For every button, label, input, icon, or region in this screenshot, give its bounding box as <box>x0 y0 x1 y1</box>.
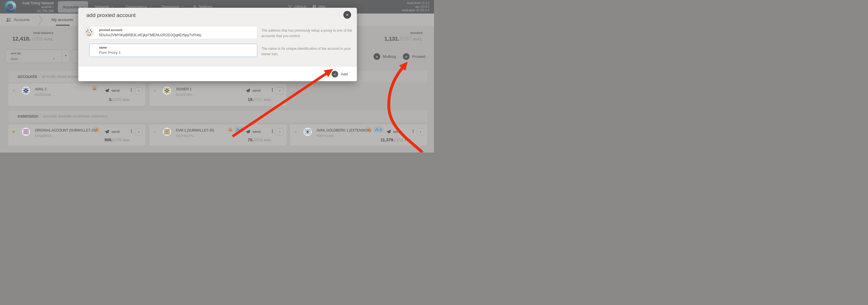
account-name: EVM 1 (SUBWALLET-JS) <box>176 128 214 132</box>
account-address: 5GRD22aR… <box>35 93 54 96</box>
chain-spec: avail/46▾ <box>17 5 54 9</box>
proxied-account-input[interactable]: proxied account 5DvAx2VMYiKpBRB3LsfCjkpT… <box>89 26 257 39</box>
account-name: ORIGINAL ACCOUNT (SUBWALLET-JS) <box>35 128 96 132</box>
bonded-value: 1,131.9387AVAIL <box>384 36 423 42</box>
total-balance-value: 12,418.1066AVAIL <box>6 36 54 42</box>
name-help: The name is for unique identification of… <box>261 46 354 57</box>
sort-by-select[interactable]: sort by date ▼ ▲ ▼ <box>5 50 70 63</box>
identicon[interactable] <box>163 86 171 95</box>
identicon[interactable] <box>163 127 171 136</box>
proxied-account-value: 5DvAx2VMYiKpBRB3LsfCjkpTMENU2R2DJQqitEr5… <box>99 33 202 37</box>
sitemap-icon <box>375 128 379 131</box>
network-name: Avail Turing Network <box>17 1 54 5</box>
node-version: Avail Node v2.3.0 <box>402 1 429 5</box>
send-icon[interactable] <box>104 88 110 93</box>
proxied-button[interactable]: + Proxied <box>403 53 425 60</box>
name-label: name <box>99 46 107 49</box>
chevron-down-icon: ▼ <box>420 131 422 133</box>
network-info[interactable]: Avail Turing Network avail/46▾ #1,795,35… <box>17 1 54 13</box>
bonded-block: bonded 1,131.9387AVAIL <box>384 31 423 42</box>
send-icon[interactable] <box>104 129 110 134</box>
more-menu-icon[interactable]: ⋮ <box>270 88 275 93</box>
identicon[interactable] <box>85 28 94 37</box>
modal-title: add proxied account <box>86 12 135 19</box>
proxied-account-help: The address that has previously setup a … <box>261 28 354 38</box>
plus-icon: + <box>332 71 338 78</box>
warning-triangle-icon <box>95 128 99 131</box>
favorite-star-icon[interactable]: ★ <box>12 88 16 93</box>
expand-caret-button[interactable]: ▼ <box>135 128 143 135</box>
send-label[interactable]: send <box>252 129 260 134</box>
sort-direction-toggle[interactable]: ▲ ▼ <box>62 50 69 63</box>
favorite-star-icon[interactable]: ★ <box>153 129 157 134</box>
tab-my-accounts-label: My accounts <box>52 18 73 22</box>
multisig-button[interactable]: + Multisig <box>374 53 396 60</box>
identicon[interactable] <box>303 127 312 136</box>
proxy-badge[interactable]: ❯ <box>235 126 244 133</box>
favorite-star-icon[interactable]: ★ <box>293 129 297 134</box>
favorite-star-icon[interactable]: ★ <box>12 129 16 134</box>
more-menu-icon[interactable]: ⋮ <box>411 129 415 134</box>
account-address: 5HNpW4ZS… <box>35 134 55 138</box>
section-subtitle: all locally stored accounts <box>42 74 81 79</box>
proxy-badge[interactable]: ❯ <box>374 126 383 133</box>
send-label[interactable]: send <box>252 88 260 93</box>
expand-caret-button[interactable]: ▼ <box>276 87 283 94</box>
account-card-signer-1: ★ SIGNER 1 5CS7E7BV… send ⋮ ▼ 19.3737AVA… <box>149 84 286 106</box>
people-icon <box>6 18 11 22</box>
sort-desc-icon: ▼ <box>64 56 67 59</box>
chevron-down-icon: ▼ <box>279 131 281 133</box>
tab-my-accounts[interactable]: My accounts <box>51 13 74 26</box>
identicon[interactable] <box>22 86 30 95</box>
warning-triangle-icon <box>228 128 232 131</box>
sort-by-value: date <box>11 57 18 61</box>
warning-badge <box>91 85 98 92</box>
block-number: #1,795,356 <box>17 9 54 13</box>
send-label[interactable]: send <box>112 129 119 134</box>
more-menu-icon[interactable]: ⋮ <box>270 129 275 134</box>
api-version: api v15.8.1 <box>402 5 429 9</box>
close-button[interactable]: ✕ <box>343 11 351 19</box>
account-address: 5GvF6GLPu… <box>176 134 196 138</box>
warning-triangle-icon <box>368 128 371 131</box>
expand-caret-button[interactable]: ▼ <box>417 128 424 135</box>
add-proxied-account-modal: add proxied account ✕ proxied account 5D… <box>78 8 357 81</box>
account-card-original-account: ★ ORIGINAL ACCOUNT (SUBWALLET-JS) 5HNpW4… <box>8 125 145 146</box>
section-header-extension: extension accounts available via browser… <box>8 111 427 122</box>
section-title: extension <box>18 113 38 119</box>
account-name: AVAIL GOLDBERG 1 (EXTENSION) <box>317 128 371 132</box>
more-menu-icon[interactable]: ⋮ <box>129 88 133 93</box>
plus-icon: + <box>374 53 380 60</box>
avail-logo-icon[interactable] <box>5 1 16 12</box>
send-icon[interactable] <box>386 129 391 134</box>
identicon[interactable] <box>22 127 30 136</box>
chevron-down-icon: ▼ <box>279 90 281 92</box>
name-input[interactable]: name Pure Proxy 1 <box>89 44 257 57</box>
warning-triangle-icon <box>93 87 96 90</box>
account-balance: 908.6209AVAIL <box>104 137 130 143</box>
breadcrumb[interactable]: Accounts <box>6 13 30 26</box>
sitemap-icon <box>236 128 240 131</box>
send-icon[interactable] <box>246 129 250 134</box>
multisig-label: Multisig <box>383 54 396 59</box>
send-label[interactable]: send <box>112 88 119 93</box>
more-menu-icon[interactable]: ⋮ <box>129 129 133 134</box>
send-icon[interactable] <box>246 88 250 93</box>
expand-caret-button[interactable]: ▼ <box>276 128 283 135</box>
section-subtitle: accounts available via browser extension… <box>43 114 107 118</box>
sort-by-label: sort by <box>11 52 21 55</box>
expand-caret-button[interactable]: ▼ <box>135 87 143 94</box>
add-button[interactable]: Add <box>341 72 348 76</box>
chevron-down-icon: ▼ <box>138 90 140 92</box>
account-balance: 11,379.6251AVAIL <box>380 137 412 143</box>
apps-version: avail-apps v0.152.2-2 <box>402 9 429 12</box>
send-label[interactable]: send <box>393 129 401 134</box>
account-address: 5CS7E7BV… <box>176 93 195 96</box>
favorite-star-icon[interactable]: ★ <box>153 88 157 93</box>
proxied-label: Proxied <box>412 54 425 59</box>
section-title: accounts <box>18 74 37 80</box>
account-balance: 70.4868AVAIL <box>248 137 271 143</box>
warning-badge <box>227 126 234 133</box>
account-balance: 19.3737AVAIL <box>248 97 271 102</box>
account-card-evm-1: ★ EVM 1 (SUBWALLET-JS) 5GvF6GLPu… ❯ send… <box>149 125 286 146</box>
